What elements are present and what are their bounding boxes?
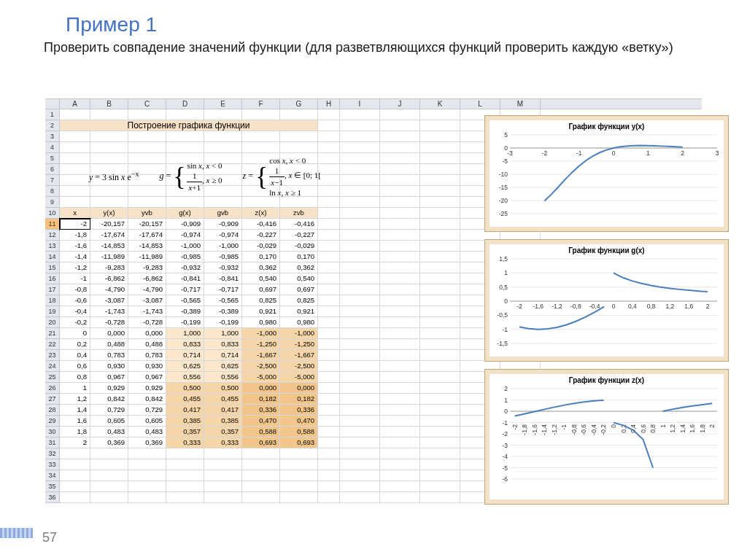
cell[interactable] [420, 448, 460, 459]
cell[interactable]: g(x) [166, 208, 204, 219]
cell[interactable]: 0,488 [90, 339, 128, 350]
cell[interactable]: 0,980 [280, 317, 318, 328]
row-header-21[interactable]: 21 [45, 328, 60, 339]
cell[interactable]: -17,674 [90, 230, 128, 241]
cell[interactable]: 0,333 [166, 438, 204, 448]
row-header-36[interactable]: 36 [45, 492, 60, 503]
cell[interactable] [318, 339, 340, 350]
cell[interactable]: 0,000 [128, 328, 166, 339]
cell[interactable] [318, 252, 340, 262]
cell[interactable] [60, 470, 90, 481]
row-header-17[interactable]: 17 [45, 284, 60, 295]
cell[interactable]: 0,182 [242, 394, 280, 405]
row-header-35[interactable]: 35 [45, 481, 60, 492]
cell[interactable] [318, 383, 340, 394]
cell[interactable] [60, 481, 90, 492]
cell[interactable]: -0,985 [204, 252, 242, 262]
cell[interactable] [242, 448, 280, 459]
cell[interactable] [90, 459, 128, 470]
cell[interactable]: 0,4 [60, 350, 90, 361]
row-header-31[interactable]: 31 [45, 438, 60, 448]
cell[interactable]: -2,500 [280, 361, 318, 372]
cell[interactable]: -3,087 [90, 295, 128, 306]
cell[interactable]: -11,989 [90, 252, 128, 262]
cell[interactable] [420, 470, 460, 481]
row-header-25[interactable]: 25 [45, 372, 60, 383]
cell[interactable]: 0,336 [280, 405, 318, 416]
cell[interactable] [318, 317, 340, 328]
cell[interactable]: 0,714 [204, 350, 242, 361]
cell[interactable] [280, 459, 318, 470]
cell[interactable] [318, 262, 340, 273]
cell[interactable]: 0,825 [280, 295, 318, 306]
cell[interactable]: 0,556 [204, 372, 242, 383]
cell[interactable] [318, 241, 340, 252]
cell[interactable]: 0,500 [166, 383, 204, 394]
cell[interactable] [340, 109, 380, 120]
cell[interactable]: -9,283 [128, 262, 166, 273]
cell[interactable]: 0,783 [90, 350, 128, 361]
row-header-26[interactable]: 26 [45, 383, 60, 394]
cell[interactable]: -0,389 [204, 306, 242, 317]
cell[interactable] [380, 120, 420, 131]
cell[interactable]: 1,2 [60, 394, 90, 405]
selected-cell[interactable]: -2 [60, 219, 90, 230]
cell[interactable]: 0,6 [60, 361, 90, 372]
cell[interactable]: -0,199 [204, 317, 242, 328]
cell[interactable] [318, 295, 340, 306]
cell[interactable] [380, 350, 420, 361]
cell[interactable]: -0,974 [166, 230, 204, 241]
cell[interactable]: 1,000 [166, 328, 204, 339]
cell[interactable] [128, 459, 166, 470]
cell[interactable]: 0,693 [280, 438, 318, 448]
cell[interactable] [420, 459, 460, 470]
cell[interactable]: -4,790 [90, 284, 128, 295]
cell[interactable] [318, 350, 340, 361]
cell[interactable] [380, 470, 420, 481]
cell[interactable]: 0,783 [128, 350, 166, 361]
cell[interactable] [420, 383, 460, 394]
cell[interactable]: -1,000 [280, 328, 318, 339]
cell[interactable] [204, 492, 242, 503]
cell[interactable]: -4,790 [128, 284, 166, 295]
cell[interactable] [128, 470, 166, 481]
cell[interactable]: 0,697 [242, 284, 280, 295]
cell[interactable] [60, 197, 90, 208]
cell[interactable]: -11,989 [128, 252, 166, 262]
cell[interactable] [60, 109, 90, 120]
grid-area[interactable]: Построение графика функцииxy(x)yvbg(x)gv… [60, 109, 541, 503]
cell[interactable]: -0,717 [166, 284, 204, 295]
cell[interactable] [420, 252, 460, 262]
col-header-F[interactable]: F [242, 99, 280, 109]
cell[interactable] [380, 262, 420, 273]
row-header-2[interactable]: 2 [45, 120, 60, 131]
cell[interactable] [380, 394, 420, 405]
cell[interactable] [166, 459, 204, 470]
row-header-27[interactable]: 27 [45, 394, 60, 405]
cell[interactable]: 0,605 [128, 416, 166, 427]
cell[interactable]: -1,000 [166, 241, 204, 252]
cell[interactable] [318, 438, 340, 448]
cell[interactable] [242, 459, 280, 470]
cell[interactable]: -0,029 [242, 241, 280, 252]
cell[interactable]: -0,565 [204, 295, 242, 306]
cell[interactable] [340, 459, 380, 470]
cell[interactable]: 0,625 [166, 361, 204, 372]
cell[interactable]: y(x) [90, 208, 128, 219]
cell[interactable]: x [60, 208, 90, 219]
cell[interactable] [128, 481, 166, 492]
cell[interactable] [204, 448, 242, 459]
cell[interactable] [420, 339, 460, 350]
col-header-L[interactable]: L [460, 99, 500, 109]
cell[interactable]: 0,357 [166, 427, 204, 438]
cell[interactable] [420, 492, 460, 503]
cell[interactable]: 0,455 [204, 394, 242, 405]
cell[interactable]: -1,667 [280, 350, 318, 361]
cell[interactable]: 0,833 [166, 339, 204, 350]
cell[interactable] [90, 492, 128, 503]
cell[interactable] [60, 448, 90, 459]
cell[interactable] [380, 448, 420, 459]
cell[interactable]: -3,087 [128, 295, 166, 306]
cell[interactable]: -6,862 [128, 273, 166, 284]
row-header-9[interactable]: 9 [45, 197, 60, 208]
